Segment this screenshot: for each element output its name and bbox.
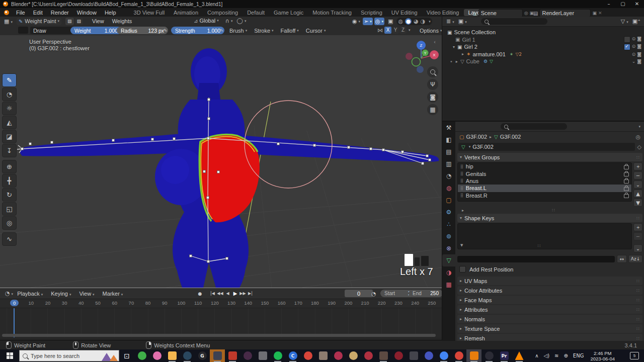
properties-tab[interactable]: ∴ <box>442 218 455 230</box>
xray-toggle-icon[interactable]: ▣ <box>386 18 395 25</box>
axis-neg-z[interactable] <box>417 66 424 73</box>
timeline-menu-item[interactable]: View▾ <box>75 291 98 297</box>
taskbar-app-icon[interactable] <box>180 349 195 362</box>
add-rest-position-checkbox[interactable] <box>459 266 466 273</box>
minimize-button[interactable]: – <box>602 1 616 8</box>
resize-grip-icon[interactable]: ∷ <box>552 208 555 213</box>
exclude-checkbox[interactable] <box>624 36 630 43</box>
hide-eye-icon[interactable]: ⊙ <box>632 44 636 50</box>
taskbar-app-icon[interactable] <box>210 349 225 362</box>
tool-button[interactable]: ◱ <box>2 202 17 216</box>
workspace-tab[interactable]: Video Editing <box>423 9 463 16</box>
filter-icon[interactable]: ▽▾ <box>621 18 628 25</box>
lock-icon[interactable] <box>624 172 629 176</box>
properties-tab[interactable]: ▤ <box>442 146 455 158</box>
timeline-menu-item[interactable]: Marker▾ <box>99 291 127 297</box>
taskbar-app-icon[interactable]: ⊡ <box>119 349 134 362</box>
tool-button[interactable]: ◭ <box>2 116 17 129</box>
prev-keyframe-button[interactable]: ◀◀ <box>216 290 224 297</box>
proportional-edit-icon[interactable]: ◯ <box>237 18 243 24</box>
remove-vertex-group-button[interactable]: − <box>633 171 642 179</box>
search-input[interactable]: Type here to search <box>19 350 119 361</box>
properties-tab[interactable]: ◍ <box>442 182 455 194</box>
outliner-item-scene-collection[interactable]: ▣ Scene Collection <box>442 29 644 36</box>
editor-type-icon[interactable]: ▦▾ <box>4 18 13 25</box>
pin-icon[interactable]: ◎ <box>635 134 640 140</box>
tool-button[interactable]: ◪ <box>2 130 17 143</box>
chevron-down-icon[interactable]: ▾ <box>638 125 640 129</box>
breadcrumb-object[interactable]: G3F.002 <box>466 134 487 140</box>
blender-menu-icon[interactable] <box>4 10 9 15</box>
weights-menu[interactable]: Weights <box>108 18 136 24</box>
tool-button[interactable]: ☼ <box>2 102 17 115</box>
start-button[interactable] <box>0 349 19 362</box>
snap-magnet-icon[interactable]: ∩ <box>225 18 229 24</box>
taskbar-app-icon[interactable] <box>270 349 285 362</box>
vertex-group-item[interactable]: ⣿ Genitals <box>458 170 631 177</box>
expand-arrow-icon[interactable]: ▾ <box>453 45 455 49</box>
menu-item[interactable]: File <box>12 10 29 16</box>
taskbar-app-icon[interactable] <box>421 349 436 362</box>
mode-selector[interactable]: ✎ Weight Paint▾ <box>17 18 61 25</box>
mirror-axis-toggle[interactable]: X <box>384 27 391 34</box>
taskbar-app-icon[interactable] <box>225 349 240 362</box>
copy-icon[interactable]: ▣ <box>592 11 597 16</box>
outliner-item-cube[interactable]: • ▸ ▽ Cube ⚙ ▽ ⌄ ◙ <box>442 58 644 65</box>
shading-wireframe-icon[interactable]: ◍ <box>398 18 403 25</box>
display-mode-icon[interactable]: ▣▾ <box>458 18 467 25</box>
play-button[interactable]: ▶ <box>231 290 239 297</box>
outliner-item-girl1[interactable]: ▣ Girl 1 ⊙ ◙ <box>442 36 644 44</box>
show-gizmo-icon[interactable]: ◉▾ <box>351 18 361 25</box>
subpanel-expand-icon[interactable]: ▸ <box>462 208 464 213</box>
chevron-down-icon[interactable]: ▾ <box>409 28 411 32</box>
move-group-up-button[interactable]: ▲ <box>633 190 642 198</box>
timeline-scrollbar[interactable] <box>2 334 436 337</box>
properties-tab[interactable]: ▢ <box>442 194 455 206</box>
workspace-tab[interactable]: Scripting <box>357 9 386 16</box>
vertex-group-specials-button[interactable]: ⌄ <box>633 180 642 189</box>
vertex-groups-panel-header[interactable]: ▾ Vertex Groups ∷ <box>457 153 642 161</box>
taskbar-app-icon[interactable] <box>436 349 451 362</box>
shape-keys-list[interactable]: ▼ ∷ <box>457 223 632 249</box>
volume-icon[interactable]: ◁) <box>541 353 552 358</box>
panel-grip-icon[interactable]: ∷ <box>636 155 639 160</box>
view-menu[interactable]: View <box>88 18 108 24</box>
workspace-tab[interactable]: Game Logic <box>270 9 307 16</box>
taskbar-app-icon[interactable] <box>391 349 406 362</box>
vertex-mask-toggle[interactable]: ▧ <box>65 18 74 25</box>
camera-visibility-icon[interactable]: ◙ <box>637 44 641 50</box>
taskbar-app-icon[interactable]: G <box>195 349 210 362</box>
tool-button[interactable]: ◔ <box>2 87 17 101</box>
orientation-selector[interactable]: ⊿ Global▾ <box>194 18 219 24</box>
tool-button[interactable]: ∿ <box>2 232 17 246</box>
tool-button[interactable]: ◎ <box>2 216 17 230</box>
camera-visibility-icon[interactable]: ◙ <box>637 59 641 64</box>
menu-item[interactable]: Window <box>73 10 101 16</box>
next-keyframe-button[interactable]: ▶▶ <box>239 290 247 297</box>
playhead[interactable] <box>14 308 15 337</box>
lock-icon[interactable] <box>624 187 629 191</box>
properties-tab[interactable]: ◧ <box>442 134 455 146</box>
outliner-item-girl2[interactable]: ▾ ▣ Girl 2 ⊙ ◙ <box>442 43 644 51</box>
taskbar-app-icon[interactable] <box>331 349 346 362</box>
taskbar-app-icon[interactable] <box>240 349 255 362</box>
tool-button[interactable]: ⊕ <box>2 160 17 173</box>
panel-grip-icon[interactable]: ∷ <box>636 288 639 293</box>
security-icon[interactable]: ⊕ <box>561 353 570 358</box>
sort-button[interactable]: Az↓ <box>628 255 642 263</box>
datablock-name-field[interactable]: ▽▾ G3F.002 <box>458 143 635 151</box>
lock-icon[interactable] <box>624 179 629 184</box>
properties-tab[interactable]: ▥ <box>442 158 455 170</box>
menu-item[interactable]: Edit <box>29 10 47 16</box>
mirror-axis-toggle[interactable]: Z <box>399 27 407 34</box>
menu-item[interactable]: Help <box>101 10 120 16</box>
viewport-canvas[interactable]: User Perspective (0) G3F.002 : chestlowe… <box>0 35 442 288</box>
taskbar-app-icon[interactable] <box>466 349 481 362</box>
taskbar-app-icon[interactable] <box>300 349 315 362</box>
panel-grip-icon[interactable]: ∷ <box>636 326 639 331</box>
properties-tab[interactable]: ▽ <box>442 254 455 266</box>
scene-selector[interactable]: ◬ Scene ◎ ▣ <box>473 9 534 17</box>
shape-keys-panel-header[interactable]: ▾ Shape Keys ∷ <box>457 214 642 222</box>
tool-button[interactable]: ↻ <box>2 188 17 202</box>
remove-icon[interactable]: ✕ <box>598 11 602 16</box>
